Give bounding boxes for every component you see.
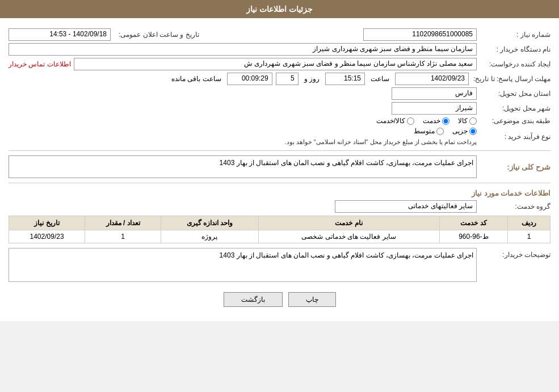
divider-1 (9, 150, 550, 151)
page-header: جزئیات اطلاعات نیاز (0, 0, 559, 18)
shomara-input: 1102098651000085 (363, 28, 477, 41)
tabagheh-label: طبقه بندی موضوعی: (477, 117, 550, 125)
ostan-label: استان محل تحویل: (477, 90, 550, 98)
nooe-options: جزیی متوسط (9, 127, 477, 135)
table-header-row: ردیف کد خدمت نام خدمت واحد اندازه گیری ت… (9, 216, 550, 230)
row-description: توضیحات خریدار: (9, 248, 550, 284)
shahr-label: شهر محل تحویل: (477, 104, 550, 112)
gorooh-value-area: سایر فعالیتهای خدماتی (9, 200, 477, 213)
radio-motavasset-label: متوسط (414, 127, 435, 135)
shomara-label: شماره نیاز : (477, 31, 550, 39)
sharh-input: اجرای عملیات مرمت، بهسازی، کاشت افلام گی… (9, 155, 477, 178)
mohlat-time: 15:15 (325, 73, 365, 85)
row-mohlat: مهلت ارسال پاسخ: تا تاریخ: 1402/09/23 سا… (9, 73, 550, 85)
row-ijad: ایجاد کننده درخواست: سعید مصلی نژاد کارش… (9, 58, 550, 70)
row-nooe-farayand: نوع فرآیند خرید : جزیی متوسط پرداخت تمام… (9, 127, 550, 146)
nooe-value-area: جزیی متوسط پرداخت تمام یا بخشی از مبلغ خ… (9, 127, 477, 146)
col-code: کد خدمت (439, 216, 508, 230)
tarekh-value: 1402/09/18 - 14:53 (9, 28, 111, 41)
row-gorooh: گروه خدمت: سایر فعالیتهای خدماتی (9, 200, 550, 213)
sharh-value-area: اجرای عملیات مرمت، بهسازی، کاشت افلام گی… (9, 155, 477, 178)
ijad-label: ایجاد کننده درخواست: (477, 60, 550, 68)
radio-kala-input[interactable] (469, 117, 477, 125)
nam-dastgah-label: نام دستگاه خریدار : (477, 45, 550, 53)
cell-date: 1402/09/23 (9, 230, 85, 243)
description-textarea[interactable] (9, 248, 477, 282)
mohlat-value-area: 1402/09/23 ساعت 15:15 روز و 5 00:09:29 س… (9, 73, 469, 85)
cell-name: سایر فعالیت های خدماتی شخصی (258, 230, 439, 243)
radio-motavasset: متوسط (414, 127, 444, 135)
radio-jazii: جزیی (452, 127, 477, 135)
radio-motavasset-input[interactable] (436, 128, 444, 135)
sharh-label: شرح کلی نیاز: (477, 163, 550, 171)
page-wrapper: جزئیات اطلاعات نیاز شماره نیاز : 1102098… (0, 0, 559, 321)
print-button[interactable]: چاپ (288, 292, 336, 307)
ostan-input: فارس (392, 87, 477, 100)
service-table: ردیف کد خدمت نام خدمت واحد اندازه گیری ت… (9, 216, 550, 243)
ijad-value-area: سعید مصلی نژاد کارشناس سازمان سیما منظر … (9, 58, 477, 70)
row-sharh: شرح کلی نیاز: اجرای عملیات مرمت، بهسازی،… (9, 155, 550, 178)
row-tabagheh: طبقه بندی موضوعی: کالا خدمت کالا/خدمت (9, 117, 550, 125)
mohlat-roz: 5 (276, 73, 299, 85)
radio-kala-khadamat-label: کالا/خدمت (376, 117, 405, 125)
mohlat-date: 1402/09/23 (395, 73, 469, 85)
radio-kala-khadamat-input[interactable] (407, 117, 414, 125)
radio-kala-khadamat: کالا/خدمت (376, 117, 414, 125)
radio-khadamat-label: خدمت (423, 117, 440, 125)
radio-kala-label: کالا (458, 117, 468, 125)
process-note: پرداخت تمام یا بخشی از مبلغ خریداز محل "… (9, 138, 477, 146)
gorooh-input: سایر فعالیتهای خدماتی (335, 200, 477, 213)
back-button[interactable]: بازگشت (224, 292, 283, 307)
row-shomara: شماره نیاز : 1102098651000085 تاریخ و سا… (9, 28, 550, 41)
radio-jazii-label: جزیی (452, 127, 468, 135)
description-label: توضیحات خریدار: (477, 248, 550, 259)
button-group: چاپ بازگشت (9, 292, 550, 307)
row-shahr: شهر محل تحویل: شیراز (9, 102, 550, 115)
cell-unit: پروژه (161, 230, 259, 243)
nooe-label: نوع فرآیند خرید : (477, 133, 550, 141)
row-nam-dastgah: نام دستگاه خریدار : سازمان سیما منظر و ف… (9, 43, 550, 56)
contact-link[interactable]: اطلاعات تماس خریدار (9, 60, 71, 68)
service-section-title: اطلاعات خدمات مورد نیاز (9, 189, 550, 197)
main-content: شماره نیاز : 1102098651000085 تاریخ و سا… (0, 18, 559, 321)
baghimande-label: ساعت باقی مانده (171, 75, 221, 83)
col-name: نام خدمت (258, 216, 439, 230)
tabagheh-options: کالا خدمت کالا/خدمت (9, 117, 477, 125)
page-title: جزئیات اطلاعات نیاز (246, 5, 313, 14)
cell-count: 1 (85, 230, 161, 243)
ostan-value-area: فارس (9, 87, 477, 100)
mohlat-baghimande: 00:09:29 (227, 73, 272, 85)
nam-dastgah-input: سازمان سیما منظر و فضای سبز شهری شهرداری… (9, 43, 477, 56)
col-count: تعداد / مقدار (85, 216, 161, 230)
mohlat-label: مهلت ارسال پاسخ: تا تاریخ: (469, 75, 550, 83)
col-unit: واحد اندازه گیری (161, 216, 259, 230)
shahr-input: شیراز (392, 102, 477, 115)
radio-khadamat-input[interactable] (442, 117, 449, 125)
nam-dastgah-value-area: سازمان سیما منظر و فضای سبز شهری شهرداری… (9, 43, 477, 56)
cell-radif: 1 (508, 230, 550, 243)
table-row: 1 ط-96-960 سایر فعالیت های خدماتی شخصی پ… (9, 230, 550, 243)
divider-2 (9, 183, 550, 183)
description-value-area (9, 248, 477, 284)
ijad-input: سعید مصلی نژاد کارشناس سازمان سیما منظر … (74, 58, 477, 70)
radio-kala: کالا (458, 117, 477, 125)
cell-code: ط-96-960 (439, 230, 508, 243)
col-date: تاریخ نیاز (9, 216, 85, 230)
saat-label: ساعت (371, 75, 389, 83)
col-radif: ردیف (508, 216, 550, 230)
radio-khadamat: خدمت (423, 117, 449, 125)
shomara-value-area: 1102098651000085 تاریخ و ساعت اعلان عموم… (9, 28, 477, 41)
roz-label: روز و (304, 75, 320, 83)
shahr-value-area: شیراز (9, 102, 477, 115)
radio-jazii-input[interactable] (469, 128, 477, 135)
gorooh-label: گروه خدمت: (477, 203, 550, 210)
tarekh-label: تاریخ و ساعت اعلان عمومی: (114, 31, 199, 39)
row-ostan: استان محل تحویل: فارس (9, 87, 550, 100)
